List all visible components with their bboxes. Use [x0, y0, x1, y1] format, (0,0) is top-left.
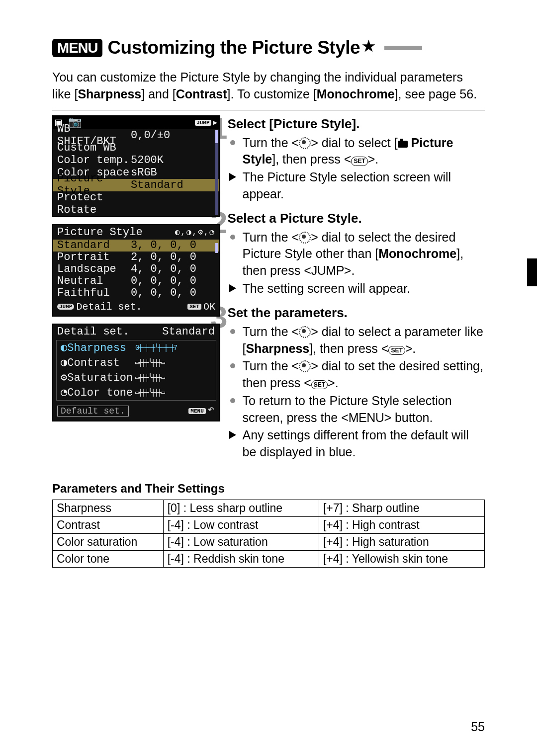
- step-2-title: Select a Picture Style.: [227, 210, 485, 227]
- intro-c: ] and [: [141, 87, 176, 101]
- lcd2-foot-right: OK: [203, 301, 215, 313]
- lcd3-head-l: Detail set.: [57, 326, 129, 338]
- step2-line1: Turn the <> dial to select the desired P…: [227, 229, 485, 279]
- step3-line2: Turn the <> dial to set the desired sett…: [227, 358, 485, 392]
- lcd2-scroll-marker: [215, 243, 218, 253]
- set-icon: SET: [351, 157, 367, 166]
- content-columns: ▣ 📷 JUMP ▶ WB SHIFT/BKT0,0/±0Custom WBCo…: [52, 115, 485, 468]
- lcd2-foot-left: Detail set.: [76, 301, 142, 313]
- step-3: 3 Set the parameters. Turn the <> dial t…: [222, 304, 485, 462]
- lcd1-row: Custom WB: [53, 142, 219, 154]
- lcd2-row: Faithful0, 0, 0, 0: [53, 287, 219, 299]
- menu-chip-icon: MENU: [52, 39, 102, 57]
- lcd2-row: Neutral0, 0, 0, 0: [53, 275, 219, 287]
- lcd3-menu-back: MENU↶: [188, 403, 219, 419]
- page-title: Customizing the Picture Style: [107, 37, 360, 58]
- lcd-column: ▣ 📷 JUMP ▶ WB SHIFT/BKT0,0/±0Custom WBCo…: [52, 115, 220, 428]
- step-3-title: Set the parameters.: [227, 304, 485, 322]
- lcd3-param-row: ◑Contrast▭┼┼┼╵┼┼┼▭: [57, 355, 216, 370]
- intro-g: ], see page 56.: [395, 87, 477, 101]
- lcd1-row: Rotate: [53, 204, 219, 216]
- step-1: 1 Select [Picture Style]. Turn the <> di…: [222, 115, 485, 204]
- intro-b: Sharpness: [78, 87, 141, 101]
- lcd1-row: Picture StyleStandard: [53, 179, 219, 191]
- page-number: 55: [471, 720, 485, 734]
- play-tab-icon: ▶: [213, 118, 217, 127]
- lcd2-param-icons: ◐,◑,⚙,◔: [175, 227, 215, 237]
- lcd1-row: Protect: [53, 191, 219, 204]
- lcd2-header: Picture Style ◐,◑,⚙,◔: [53, 225, 219, 240]
- thumb-tab: [527, 258, 537, 286]
- title-rule: [384, 46, 422, 50]
- lcd3-header: Detail set. Standard: [53, 325, 219, 339]
- lcd-menu-panel: ▣ 📷 JUMP ▶ WB SHIFT/BKT0,0/±0Custom WBCo…: [52, 115, 220, 217]
- lcd3-param-row: ◔Color tone▭┼┼┼╵┼┼┼▭: [57, 385, 216, 400]
- step1-line1: Turn the <> dial to select [ Picture Sty…: [227, 135, 485, 168]
- step-1-title: Select [Picture Style].: [227, 115, 485, 133]
- title-row: MENU Customizing the Picture Style ★: [52, 37, 485, 58]
- dial-icon: [299, 137, 311, 149]
- params-section-title: Parameters and Their Settings: [52, 482, 485, 496]
- set-icon: SET: [311, 380, 328, 389]
- step2-line2: The setting screen will appear.: [227, 280, 485, 297]
- params-row: Contrast[-4] : Low contrast[+4] : High c…: [53, 516, 485, 533]
- lcd2-row: Landscape4, 0, 0, 0: [53, 263, 219, 275]
- params-table: Sharpness[0] : Less sharp outline[+7] : …: [52, 500, 485, 568]
- back-arrow-icon: ↶: [208, 404, 214, 416]
- lcd-detail-set-panel: Detail set. Standard ◐Sharpness0┼─┼─┼╵┼─…: [52, 324, 220, 421]
- lcd1-scrollbar: [215, 130, 218, 215]
- lcd2-row: Standard3, 0, 0, 0: [53, 240, 219, 252]
- intro-text: You can customize the Picture Style by c…: [52, 69, 485, 103]
- params-row: Color tone[-4] : Reddish skin tone[+4] :…: [53, 550, 485, 567]
- lcd-picture-style-panel: Picture Style ◐,◑,⚙,◔ Standard3, 0, 0, 0…: [52, 224, 220, 317]
- lcd1-row: Color temp.5200K: [53, 154, 219, 167]
- jump-pill: JUMP: [57, 304, 74, 310]
- step3-line3: To return to the Picture Style selection…: [227, 393, 485, 426]
- set-pill: SET: [187, 304, 201, 310]
- params-row: Color saturation[-4] : Low saturation[+4…: [53, 533, 485, 550]
- dial-icon: [299, 360, 311, 372]
- dial-icon: [299, 232, 311, 244]
- lcd3-param-row: ⚙Saturation▭┼┼┼╵┼┼┼▭: [57, 370, 216, 385]
- set-icon: SET: [388, 346, 405, 355]
- step1-line2: The Picture Style selection screen will …: [227, 169, 485, 203]
- lcd2-title: Picture Style: [57, 226, 175, 239]
- star-icon: ★: [362, 37, 375, 55]
- divider: [52, 110, 485, 110]
- params-row: Sharpness[0] : Less sharp outline[+7] : …: [53, 500, 485, 516]
- jump-badge: JUMP: [195, 120, 211, 126]
- intro-e: ]. To customize [: [227, 87, 317, 101]
- intro-f: Monochrome: [317, 87, 395, 101]
- steps-column: 1 Select [Picture Style]. Turn the <> di…: [222, 115, 485, 468]
- lcd2-row: Portrait2, 0, 0, 0: [53, 252, 219, 263]
- lcd1-row: WB SHIFT/BKT0,0/±0: [53, 129, 219, 142]
- step-2: 2 Select a Picture Style. Turn the <> di…: [222, 210, 485, 298]
- lcd3-param-row: ◐Sharpness0┼─┼─┼╵┼─┼─┼7: [57, 340, 216, 355]
- camera-icon: [398, 141, 408, 148]
- menu-pill: MENU: [188, 408, 205, 414]
- lcd2-footer: JUMP Detail set. SET OK: [53, 299, 219, 316]
- default-set-button: Default set.: [57, 406, 129, 417]
- step3-line1: Turn the <> dial to select a parameter l…: [227, 324, 485, 357]
- lcd3-head-r: Standard: [162, 326, 215, 338]
- intro-d: Contrast: [176, 87, 227, 101]
- dial-icon: [299, 326, 311, 338]
- step3-line4: Any settings different from the default …: [227, 427, 485, 461]
- page: MENU Customizing the Picture Style ★ You…: [0, 0, 537, 756]
